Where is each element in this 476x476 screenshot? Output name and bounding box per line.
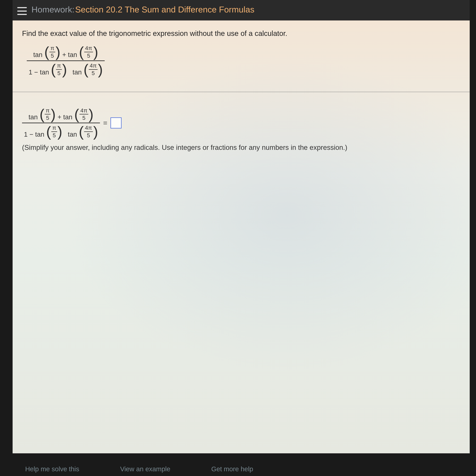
section-divider [13, 92, 470, 92]
app-header: Homework: Section 20.2 The Sum and Diffe… [13, 0, 470, 20]
tan-text: tan [68, 51, 77, 58]
plus-text: + [62, 51, 68, 58]
example-link[interactable]: View an example [120, 465, 170, 473]
homework-label: Homework: [32, 5, 74, 14]
homework-title: Section 20.2 The Sum and Difference Form… [75, 5, 255, 14]
one-minus-text: 1 − [29, 68, 40, 76]
tan-text: tan [40, 68, 49, 76]
question-panel: Find the exact value of the trigonometri… [13, 20, 470, 453]
tan-text: tan [73, 68, 82, 76]
menu-icon[interactable] [17, 7, 27, 15]
help-link[interactable]: Help me solve this [25, 465, 79, 473]
footer-links: Help me solve this View an example Get m… [25, 465, 460, 473]
answer-input[interactable] [110, 118, 121, 128]
answer-expression-row: tan π5 + tan 4π5 1 − tan π5 tan 4π5 = [22, 106, 460, 140]
header-title-wrap: Homework: Section 20.2 The Sum and Diffe… [32, 4, 465, 15]
answer-hint: (Simplify your answer, including any rad… [22, 144, 460, 152]
more-help-link[interactable]: Get more help [211, 465, 253, 473]
given-expression: tan π5 + tan 4π5 1 − tan π5 tan 4π5 [27, 44, 460, 77]
equals-sign: = [103, 119, 107, 127]
question-instruction: Find the exact value of the trigonometri… [22, 29, 460, 38]
tan-text: tan [33, 51, 42, 58]
